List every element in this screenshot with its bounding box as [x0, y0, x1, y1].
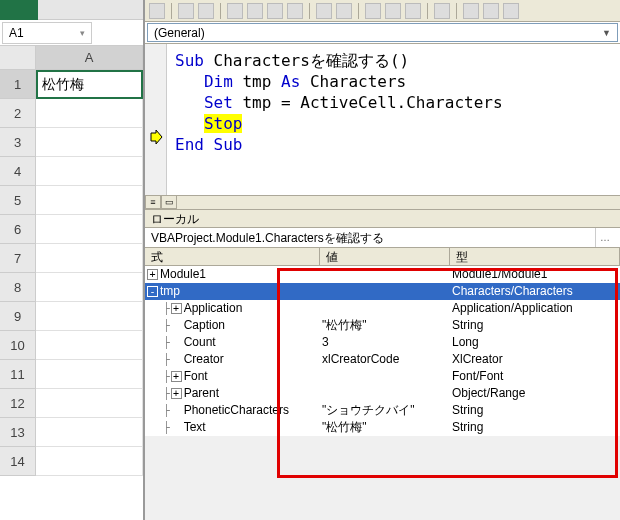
locals-value — [320, 368, 450, 385]
code-text[interactable]: Sub Charactersを確認する() Dim tmp As Charact… — [145, 44, 620, 155]
current-line-arrow-icon — [149, 130, 163, 144]
properties-icon[interactable] — [483, 3, 499, 19]
find-icon[interactable] — [287, 3, 303, 19]
locals-type: Characters/Characters — [450, 283, 620, 300]
excel-ribbon-strip — [0, 0, 143, 20]
locals-header-type[interactable]: 型 — [450, 248, 620, 265]
locals-row[interactable]: ├ Count3Long — [145, 334, 620, 351]
chevron-down-icon[interactable]: ▾ — [80, 28, 85, 38]
locals-row[interactable]: ├ CreatorxlCreatorCodeXlCreator — [145, 351, 620, 368]
locals-value — [320, 385, 450, 402]
row-header[interactable]: 12 — [0, 389, 36, 418]
row-header[interactable]: 6 — [0, 215, 36, 244]
row-header[interactable]: 1 — [0, 70, 36, 99]
expand-icon[interactable]: + — [171, 371, 182, 382]
locals-type: Font/Font — [450, 368, 620, 385]
locals-row[interactable]: ├ PhoneticCharacters"ショウチクバイ"String — [145, 402, 620, 419]
chevron-down-icon: ▼ — [602, 28, 611, 38]
locals-row[interactable]: ├+ ParentObject/Range — [145, 385, 620, 402]
locals-type: String — [450, 402, 620, 419]
cell[interactable] — [36, 215, 143, 244]
expand-icon[interactable]: + — [147, 269, 158, 280]
cell[interactable] — [36, 99, 143, 128]
code-pane[interactable]: Sub Charactersを確認する() Dim tmp As Charact… — [145, 44, 620, 210]
locals-row[interactable]: - tmpCharacters/Characters — [145, 283, 620, 300]
undo-icon[interactable] — [316, 3, 332, 19]
row-header[interactable]: 7 — [0, 244, 36, 273]
locals-expr: Text — [184, 419, 206, 436]
locals-value: xlCreatorCode — [320, 351, 450, 368]
locals-row[interactable]: ├ Caption"松竹梅"String — [145, 317, 620, 334]
cell[interactable] — [36, 331, 143, 360]
cell[interactable] — [36, 128, 143, 157]
row-header[interactable]: 3 — [0, 128, 36, 157]
run-icon[interactable] — [365, 3, 381, 19]
locals-row[interactable]: + Module1Module1/Module1 — [145, 266, 620, 283]
cell[interactable] — [36, 244, 143, 273]
row-header[interactable]: 2 — [0, 99, 36, 128]
project-explorer-icon[interactable] — [463, 3, 479, 19]
locals-type: Long — [450, 334, 620, 351]
row-header[interactable]: 11 — [0, 360, 36, 389]
column-header-a[interactable]: A — [36, 46, 143, 70]
expand-icon[interactable]: + — [171, 303, 182, 314]
design-mode-icon[interactable] — [434, 3, 450, 19]
sheet-grid[interactable]: A 1松竹梅234567891011121314 — [0, 46, 143, 476]
cell[interactable] — [36, 360, 143, 389]
view-excel-icon[interactable] — [149, 3, 165, 19]
sheet-row: 14 — [0, 447, 143, 476]
proc-view-icon[interactable]: ≡ — [145, 195, 161, 209]
cell[interactable] — [36, 447, 143, 476]
row-header[interactable]: 10 — [0, 331, 36, 360]
cell[interactable] — [36, 186, 143, 215]
locals-row[interactable]: ├ Text"松竹梅"String — [145, 419, 620, 436]
redo-icon[interactable] — [336, 3, 352, 19]
row-header[interactable]: 5 — [0, 186, 36, 215]
locals-header-value[interactable]: 値 — [320, 248, 450, 265]
locals-row[interactable]: ├+ ApplicationApplication/Application — [145, 300, 620, 317]
cell[interactable] — [36, 157, 143, 186]
locals-row[interactable]: ├+ FontFont/Font — [145, 368, 620, 385]
code-margin — [145, 44, 167, 196]
row-header[interactable]: 9 — [0, 302, 36, 331]
row-header[interactable]: 4 — [0, 157, 36, 186]
locals-grid: 式 値 型 + Module1Module1/Module1- tmpChara… — [145, 248, 620, 436]
locals-value: "松竹梅" — [320, 317, 450, 334]
full-view-icon[interactable]: ▭ — [161, 195, 177, 209]
cell[interactable]: 松竹梅 — [36, 70, 143, 99]
cell[interactable] — [36, 418, 143, 447]
paste-icon[interactable] — [267, 3, 283, 19]
object-browser-icon[interactable] — [503, 3, 519, 19]
cell[interactable] — [36, 389, 143, 418]
locals-expr: Parent — [184, 385, 219, 402]
reset-icon[interactable] — [405, 3, 421, 19]
name-box[interactable]: A1 ▾ — [2, 22, 92, 44]
cut-icon[interactable] — [227, 3, 243, 19]
locals-expr: Creator — [184, 351, 224, 368]
locals-context: VBAProject.Module1.Charactersを確認する … — [145, 228, 620, 248]
sheet-row: 12 — [0, 389, 143, 418]
save-icon[interactable] — [198, 3, 214, 19]
row-header[interactable]: 13 — [0, 418, 36, 447]
insert-icon[interactable] — [178, 3, 194, 19]
hscroll-track[interactable] — [177, 195, 620, 209]
cell[interactable] — [36, 302, 143, 331]
expand-icon[interactable]: + — [171, 388, 182, 399]
copy-icon[interactable] — [247, 3, 263, 19]
excel-file-tab[interactable] — [0, 0, 38, 20]
tree-line-icon: ├ — [163, 351, 169, 368]
object-dropdown[interactable]: (General) ▼ — [147, 23, 618, 42]
locals-context-dropdown[interactable]: … — [595, 228, 614, 247]
row-header[interactable]: 14 — [0, 447, 36, 476]
vbe-toolbar — [145, 0, 620, 22]
cell[interactable] — [36, 273, 143, 302]
locals-expr: tmp — [160, 283, 180, 300]
locals-value: "ショウチクバイ" — [320, 402, 450, 419]
row-header[interactable]: 8 — [0, 273, 36, 302]
locals-header-expr[interactable]: 式 — [145, 248, 320, 265]
tree-line-icon: ├ — [163, 300, 169, 317]
collapse-icon[interactable]: - — [147, 286, 158, 297]
break-icon[interactable] — [385, 3, 401, 19]
locals-window-title: ローカル — [145, 210, 620, 228]
select-all-corner[interactable] — [0, 46, 36, 70]
